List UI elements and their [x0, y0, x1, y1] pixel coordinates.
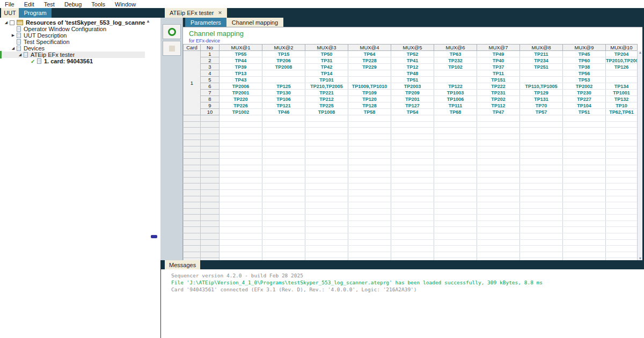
- mux-cell[interactable]: [434, 171, 477, 178]
- mux-cell[interactable]: [262, 77, 305, 83]
- mux-cell[interactable]: TP43: [219, 77, 262, 83]
- tab-parameters[interactable]: Parameters: [185, 18, 226, 27]
- mux-cell[interactable]: [477, 115, 520, 122]
- mux-cell[interactable]: [563, 146, 606, 152]
- mux-cell[interactable]: [520, 177, 563, 183]
- mux-cell[interactable]: TP51: [391, 77, 434, 83]
- mux-cell[interactable]: [606, 233, 638, 239]
- mux-cell[interactable]: [305, 177, 348, 183]
- menu-item-tools[interactable]: Tools: [86, 1, 110, 8]
- mux-cell[interactable]: [563, 239, 606, 246]
- mux-cell[interactable]: TP64: [348, 51, 391, 57]
- mux-cell[interactable]: [391, 196, 434, 202]
- mux-cell[interactable]: [520, 115, 563, 122]
- mux-cell[interactable]: [262, 70, 305, 77]
- tab-uut[interactable]: UUT: [1, 8, 19, 18]
- mux-cell[interactable]: [520, 77, 563, 83]
- mux-cell[interactable]: [391, 140, 434, 146]
- mux-cell[interactable]: [391, 233, 434, 239]
- mux-cell[interactable]: [434, 233, 477, 239]
- mux-cell[interactable]: TP53: [563, 77, 606, 83]
- mux-cell[interactable]: [391, 165, 434, 171]
- menu-item-debug[interactable]: Debug: [60, 1, 86, 8]
- mux-cell[interactable]: TP231: [477, 90, 520, 96]
- tree-item-uut-description[interactable]: ▶UUT Description: [0, 32, 145, 39]
- mux-cell[interactable]: TP221: [305, 90, 348, 96]
- mux-cell[interactable]: [434, 177, 477, 183]
- mux-cell[interactable]: [262, 171, 305, 178]
- mux-cell[interactable]: [219, 221, 262, 227]
- mux-cell[interactable]: [391, 128, 434, 134]
- mux-cell[interactable]: [606, 177, 638, 183]
- mux-cell[interactable]: [348, 252, 391, 258]
- mux-cell[interactable]: [348, 77, 391, 83]
- mux-cell[interactable]: [520, 215, 563, 221]
- mux-cell[interactable]: [262, 121, 305, 128]
- mux-cell[interactable]: [563, 189, 606, 196]
- mux-cell[interactable]: [520, 152, 563, 159]
- mux-cell[interactable]: [391, 221, 434, 227]
- mux-cell[interactable]: [563, 121, 606, 128]
- mux-cell[interactable]: [477, 196, 520, 202]
- mux-cell[interactable]: [348, 221, 391, 227]
- mux-cell[interactable]: [606, 208, 638, 215]
- mux-cell[interactable]: [348, 146, 391, 152]
- mux-cell[interactable]: [219, 121, 262, 128]
- mux-cell[interactable]: [606, 152, 638, 159]
- mux-cell[interactable]: TP151: [477, 77, 520, 83]
- mux-cell[interactable]: [606, 115, 638, 122]
- mux-cell[interactable]: [219, 183, 262, 190]
- mux-cell[interactable]: [606, 146, 638, 152]
- mux-cell[interactable]: [563, 246, 606, 252]
- mux-cell[interactable]: TP230: [563, 90, 606, 96]
- mux-cell[interactable]: [434, 239, 477, 246]
- mux-cell[interactable]: TP1003: [434, 90, 477, 96]
- mux-cell[interactable]: [434, 221, 477, 227]
- mux-cell[interactable]: [606, 215, 638, 221]
- mux-cell[interactable]: [434, 165, 477, 171]
- mux-cell[interactable]: [606, 77, 638, 83]
- mux-cell[interactable]: TP2002: [563, 83, 606, 90]
- mux-cell[interactable]: [219, 134, 262, 140]
- mux-cell[interactable]: TP1006: [434, 96, 477, 102]
- mux-cell[interactable]: [348, 196, 391, 202]
- mux-cell[interactable]: [391, 177, 434, 183]
- mux-cell[interactable]: [219, 189, 262, 196]
- mux-cell[interactable]: [520, 246, 563, 252]
- mux-cell[interactable]: [348, 70, 391, 77]
- mux-cell[interactable]: TP2008: [262, 64, 305, 70]
- mux-cell[interactable]: TP129: [520, 90, 563, 96]
- mux-cell[interactable]: [520, 202, 563, 209]
- mux-cell[interactable]: TP132: [606, 96, 638, 102]
- mux-cell[interactable]: TP128: [348, 102, 391, 109]
- mux-cell[interactable]: [262, 128, 305, 134]
- mux-cell[interactable]: TP1002: [219, 109, 262, 115]
- tree-item-1-card-94043561[interactable]: ✓1. card: 94043561: [0, 58, 145, 64]
- mux-cell[interactable]: [434, 246, 477, 252]
- mux-cell[interactable]: TP121: [262, 102, 305, 109]
- mux-cell[interactable]: [563, 115, 606, 122]
- mux-cell[interactable]: [219, 140, 262, 146]
- mux-cell[interactable]: [262, 159, 305, 165]
- mux-cell[interactable]: [520, 208, 563, 215]
- mux-cell[interactable]: TP48: [391, 70, 434, 77]
- menu-item-edit[interactable]: Edit: [19, 1, 39, 8]
- mux-cell[interactable]: [520, 140, 563, 146]
- mux-cell[interactable]: [606, 202, 638, 209]
- mux-cell[interactable]: TP47: [477, 109, 520, 115]
- mux-cell[interactable]: [434, 152, 477, 159]
- mux-cell[interactable]: TP11: [477, 70, 520, 77]
- mux-cell[interactable]: TP1009,TP1010: [348, 83, 391, 90]
- mux-cell[interactable]: TP2003: [391, 83, 434, 90]
- mux-cell[interactable]: TP62,TP61: [606, 109, 638, 115]
- tree-checkbox[interactable]: [10, 20, 14, 25]
- mux-cell[interactable]: [434, 70, 477, 77]
- splitter-handle[interactable]: [151, 235, 157, 238]
- mux-cell[interactable]: [348, 128, 391, 134]
- mux-cell[interactable]: [434, 134, 477, 140]
- mux-cell[interactable]: [305, 121, 348, 128]
- mux-cell[interactable]: TP58: [348, 109, 391, 115]
- mux-cell[interactable]: [305, 246, 348, 252]
- mux-cell[interactable]: TP49: [477, 51, 520, 57]
- mux-cell[interactable]: [219, 196, 262, 202]
